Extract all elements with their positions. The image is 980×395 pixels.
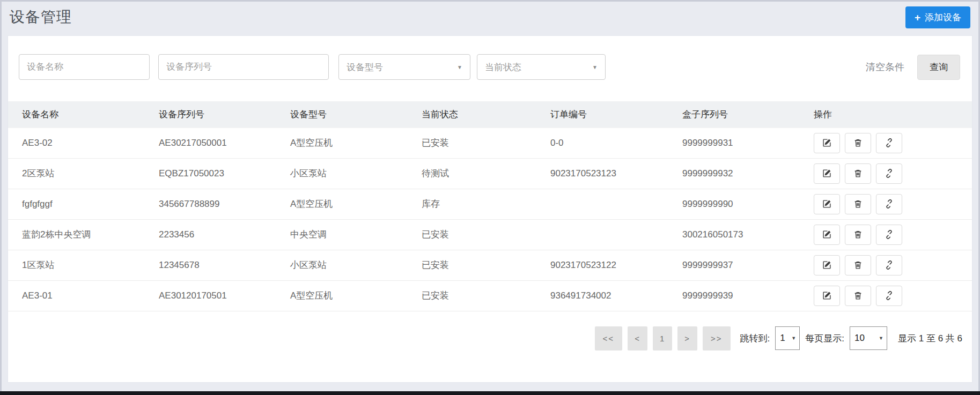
search-button[interactable]: 查询 — [917, 55, 960, 80]
edit-button[interactable] — [814, 255, 840, 275]
edit-icon — [822, 291, 831, 300]
current-status-select[interactable]: 当前状态 ▼ — [477, 54, 606, 80]
table-row: AE3-02 AE30217050001 A型空压机 已安装 0-0 99999… — [8, 128, 972, 158]
edit-button[interactable] — [814, 286, 840, 306]
next-page-button[interactable]: > — [677, 326, 697, 351]
prev-page-button[interactable]: < — [628, 326, 647, 351]
current-status-select-value: 当前状态 — [485, 61, 521, 73]
col-header-model: 设备型号 — [290, 101, 422, 128]
delete-button[interactable] — [845, 194, 871, 214]
device-model-select[interactable]: 设备型号 ▼ — [338, 54, 470, 80]
cell-device-serial: 2233456 — [159, 219, 290, 250]
delete-button[interactable] — [845, 225, 871, 245]
unlink-button[interactable] — [876, 133, 902, 153]
last-page-button[interactable]: >> — [703, 326, 731, 351]
chevron-down-icon: ▼ — [879, 336, 883, 341]
table-row: AE3-01 AE30120170501 A型空压机 已安装 936491734… — [8, 280, 972, 311]
cell-box-serial: 9999999939 — [682, 280, 814, 311]
edit-button[interactable] — [814, 225, 840, 245]
delete-button[interactable] — [845, 163, 871, 184]
col-header-status: 当前状态 — [422, 101, 550, 128]
top-bar: 设备管理 + 添加设备 — [0, 0, 980, 34]
delete-button[interactable] — [845, 133, 871, 153]
unlink-button[interactable] — [876, 255, 902, 275]
table-row: 蓝韵2栋中央空调 2233456 中央空调 已安装 300216050173 — [8, 219, 972, 250]
cell-device-name: 蓝韵2栋中央空调 — [8, 219, 159, 250]
delete-button[interactable] — [845, 255, 871, 275]
cell-status: 已安装 — [422, 280, 550, 311]
cell-status: 待测试 — [422, 158, 550, 189]
device-name-input[interactable] — [19, 54, 150, 80]
unlink-icon — [885, 291, 894, 300]
cell-device-serial: EQBZ17050023 — [159, 158, 290, 189]
cell-device-name: AE3-01 — [8, 280, 159, 311]
trash-icon — [853, 169, 863, 178]
pagination-bar: << < 1 > >> 跳转到: 1 ▼ 每页显示: 10 ▼ 显示 1 至 6… — [8, 326, 962, 351]
first-page-button[interactable]: << — [595, 326, 623, 351]
trash-icon — [853, 138, 863, 147]
per-page-select[interactable]: 10 ▼ — [850, 326, 887, 350]
chevron-down-icon: ▼ — [791, 336, 796, 341]
unlink-button[interactable] — [876, 163, 902, 184]
cell-actions — [814, 250, 972, 280]
jump-to-select[interactable]: 1 ▼ — [775, 326, 800, 350]
cell-device-model: A型空压机 — [290, 189, 422, 219]
col-header-name: 设备名称 — [8, 101, 159, 128]
cell-device-model: A型空压机 — [290, 128, 422, 158]
edit-button[interactable] — [814, 133, 840, 153]
cell-device-model: 小区泵站 — [290, 250, 422, 280]
cell-device-name: 1区泵站 — [8, 250, 159, 280]
table-row: fgfgfggf 345667788899 A型空压机 库存 999999999… — [8, 189, 972, 219]
col-header-serial: 设备序列号 — [159, 101, 290, 128]
device-table: 设备名称 设备序列号 设备型号 当前状态 订单编号 盒子序列号 操作 AE3-0… — [8, 101, 972, 311]
cell-order-number — [550, 189, 682, 219]
edit-icon — [822, 260, 831, 270]
edit-button[interactable] — [814, 163, 840, 184]
cell-actions — [814, 128, 972, 158]
edit-button[interactable] — [814, 194, 840, 214]
device-serial-input[interactable] — [158, 54, 329, 80]
unlink-icon — [885, 169, 894, 178]
edit-icon — [822, 169, 831, 178]
unlink-button[interactable] — [876, 225, 902, 245]
add-device-button[interactable]: + 添加设备 — [905, 6, 970, 28]
table-row: 1区泵站 12345678 小区泵站 已安装 9023170523122 999… — [8, 250, 972, 280]
trash-icon — [853, 291, 863, 300]
add-device-label: 添加设备 — [925, 11, 961, 24]
unlink-icon — [885, 138, 894, 147]
cell-status: 已安装 — [422, 250, 550, 280]
current-page-button[interactable]: 1 — [653, 326, 672, 351]
col-header-order: 订单编号 — [550, 101, 682, 128]
cell-device-serial: 345667788899 — [159, 189, 290, 219]
result-summary: 显示 1 至 6 共 6 — [898, 332, 962, 345]
per-page-label: 每页显示: — [805, 332, 844, 345]
cell-status: 库存 — [422, 189, 550, 219]
cell-device-model: A型空压机 — [290, 280, 422, 311]
cell-order-number: 936491734002 — [550, 280, 682, 311]
unlink-button[interactable] — [876, 286, 902, 306]
delete-button[interactable] — [845, 286, 871, 306]
cell-box-serial: 9999999937 — [682, 250, 814, 280]
cell-device-name: fgfgfggf — [8, 189, 159, 219]
unlink-button[interactable] — [876, 194, 902, 214]
device-model-select-value: 设备型号 — [347, 61, 383, 73]
cell-status: 已安装 — [422, 128, 550, 158]
cell-box-serial: 9999999990 — [682, 189, 814, 219]
col-header-actions: 操作 — [814, 101, 972, 128]
cell-device-name: 2区泵站 — [8, 158, 159, 189]
chevron-down-icon: ▼ — [457, 64, 462, 70]
cell-actions — [814, 189, 972, 219]
plus-icon: + — [915, 12, 920, 23]
cell-actions — [814, 158, 972, 189]
edit-icon — [822, 230, 831, 239]
jump-to-select-value: 1 — [780, 333, 785, 344]
cell-device-name: AE3-02 — [8, 128, 159, 158]
cell-device-serial: AE30120170501 — [159, 280, 290, 311]
cell-actions — [814, 219, 972, 250]
filter-bar: 设备型号 ▼ 当前状态 ▼ 清空条件 查询 — [19, 54, 960, 80]
clear-conditions-link[interactable]: 清空条件 — [866, 61, 904, 73]
cell-order-number: 9023170523122 — [550, 250, 682, 280]
window-bottom-edge — [0, 391, 980, 395]
unlink-icon — [885, 230, 894, 239]
trash-icon — [853, 230, 863, 239]
